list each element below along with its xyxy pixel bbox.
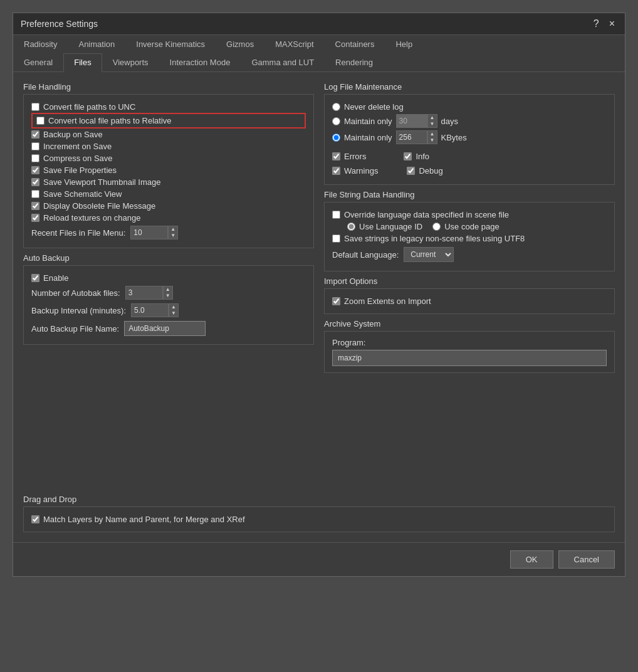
warnings-row: Warnings: [332, 165, 378, 177]
tab-maxscript[interactable]: MAXScript: [264, 35, 324, 53]
interval-down[interactable]: ▼: [169, 310, 178, 317]
preference-settings-dialog: Preference Settings ? × Radiosity Animat…: [13, 13, 625, 577]
enable-checkbox[interactable]: [31, 274, 39, 282]
kb-down[interactable]: ▼: [428, 137, 437, 144]
autobak-down[interactable]: ▼: [164, 293, 172, 299]
program-input[interactable]: [332, 350, 607, 366]
archive-system-box: Program:: [324, 331, 615, 373]
days-up[interactable]: ▲: [428, 115, 437, 121]
backup-interval-spinner: ▲ ▼: [131, 303, 179, 317]
maintain-kb-input[interactable]: [396, 130, 427, 144]
archive-system-title: Archive System: [324, 319, 615, 328]
tab-files[interactable]: Files: [63, 53, 102, 72]
errors-checkbox[interactable]: [332, 152, 340, 160]
auto-backup-filename-input[interactable]: [124, 321, 206, 336]
file-handling-box: Convert file paths to UNC Convert local …: [23, 94, 314, 248]
file-string-section: File String Data Handling Override langu…: [324, 190, 615, 271]
content-area: File Handling Convert file paths to UNC …: [13, 72, 625, 542]
maintain-days-row: Maintain only ▲ ▼ days: [332, 113, 607, 129]
reload-textures-row: Reload textures on change: [31, 212, 306, 224]
convert-unc-checkbox[interactable]: [31, 103, 39, 111]
left-column: File Handling Convert file paths to UNC …: [23, 82, 314, 488]
interval-up[interactable]: ▲: [169, 304, 178, 310]
kb-up[interactable]: ▲: [428, 131, 437, 137]
import-options-title: Import Options: [324, 276, 615, 286]
compress-on-save-checkbox[interactable]: [31, 154, 39, 162]
info-checkbox[interactable]: [404, 152, 412, 160]
backup-interval-label: Backup Interval (minutes):: [31, 306, 126, 315]
tab-animation[interactable]: Animation: [68, 35, 125, 53]
override-lang-checkbox[interactable]: [332, 211, 340, 219]
maintain-kb-spinner: ▲ ▼: [396, 130, 437, 144]
override-lang-label: Override language data specified in scen…: [344, 210, 509, 219]
autobak-up[interactable]: ▲: [164, 286, 172, 293]
drag-drop-section: Drag and Drop Match Layers by Name and P…: [23, 495, 615, 532]
file-string-box: Override language data specified in scen…: [324, 202, 615, 271]
save-viewport-thumb-row: Save Viewport Thumbnail Image: [31, 176, 306, 188]
help-button[interactable]: ?: [591, 18, 602, 29]
debug-checkbox[interactable]: [407, 167, 415, 175]
display-obsolete-checkbox[interactable]: [31, 202, 39, 210]
backup-interval-arrows: ▲ ▼: [169, 303, 179, 317]
display-obsolete-label: Display Obsolete File Message: [43, 201, 155, 211]
tab-inverse-kinematics[interactable]: Inverse Kinematics: [125, 35, 216, 53]
title-bar-controls: ? ×: [591, 18, 617, 29]
tab-interaction-mode[interactable]: Interaction Mode: [159, 53, 241, 71]
never-delete-label: Never delete log: [344, 102, 404, 112]
ok-button[interactable]: OK: [510, 550, 553, 569]
backup-interval-input[interactable]: [131, 303, 169, 317]
autobak-files-input[interactable]: [125, 286, 163, 300]
save-viewport-thumb-checkbox[interactable]: [31, 178, 39, 186]
save-utf8-checkbox[interactable]: [332, 234, 340, 243]
save-file-properties-label: Save File Properties: [43, 165, 117, 175]
never-delete-radio[interactable]: [332, 103, 340, 111]
days-down[interactable]: ▼: [428, 121, 437, 127]
use-code-page-radio[interactable]: [432, 223, 441, 231]
recent-files-spinner: ▲ ▼: [130, 226, 178, 239]
use-lang-id-radio[interactable]: [347, 223, 355, 231]
tab-gamma-lut[interactable]: Gamma and LUT: [241, 53, 325, 71]
recent-files-down[interactable]: ▼: [169, 233, 177, 239]
close-button[interactable]: ×: [607, 18, 617, 29]
auto-backup-box: Enable Number of Autobak files: ▲ ▼: [23, 265, 314, 345]
maintain-days-input[interactable]: [396, 114, 427, 128]
match-layers-checkbox[interactable]: [31, 515, 39, 523]
log-file-section: Log File Maintenance Never delete log Ma…: [324, 82, 615, 185]
convert-unc-row: Convert file paths to UNC: [31, 101, 306, 113]
increment-on-save-checkbox[interactable]: [31, 142, 39, 150]
recent-files-input[interactable]: [130, 226, 168, 239]
reload-textures-checkbox[interactable]: [31, 214, 39, 222]
tab-radiosity[interactable]: Radiosity: [13, 35, 68, 53]
maintain-days-radio[interactable]: [332, 117, 340, 125]
maintain-kb-arrows: ▲ ▼: [427, 130, 437, 144]
zoom-extents-checkbox[interactable]: [332, 297, 340, 305]
tab-help[interactable]: Help: [385, 35, 423, 53]
save-file-properties-checkbox[interactable]: [31, 166, 39, 174]
tab-gizmos[interactable]: Gizmos: [216, 35, 264, 53]
program-label-row: Program:: [332, 338, 607, 347]
backup-on-save-checkbox[interactable]: [31, 130, 39, 139]
compress-on-save-label: Compress on Save: [43, 154, 113, 163]
override-lang-row: Override language data specified in scen…: [332, 209, 607, 221]
import-options-section: Import Options Zoom Extents on Import: [324, 276, 615, 314]
warnings-checkbox[interactable]: [332, 167, 340, 175]
auto-backup-section: Auto Backup Enable Number of Autobak fil…: [23, 253, 314, 345]
save-schematic-row: Save Schematic View: [31, 188, 306, 200]
tab-viewports[interactable]: Viewports: [102, 53, 159, 71]
autobak-files-arrows: ▲ ▼: [163, 286, 173, 300]
maintain-kb-label: Maintain only: [344, 133, 392, 142]
enable-label: Enable: [43, 273, 68, 283]
maintain-kb-radio[interactable]: [332, 134, 340, 142]
cancel-button[interactable]: Cancel: [558, 550, 615, 569]
recent-files-up[interactable]: ▲: [169, 226, 177, 233]
compress-on-save-row: Compress on Save: [31, 152, 306, 164]
tab-rendering[interactable]: Rendering: [325, 53, 384, 71]
tab-general[interactable]: General: [13, 53, 63, 71]
tab-row-1: Radiosity Animation Inverse Kinematics G…: [13, 35, 625, 53]
autobak-files-row: Number of Autobak files: ▲ ▼: [31, 284, 306, 302]
default-lang-select[interactable]: Current: [404, 247, 454, 262]
tab-containers[interactable]: Containers: [325, 35, 385, 53]
save-schematic-checkbox[interactable]: [31, 190, 39, 198]
convert-relative-checkbox[interactable]: [36, 117, 44, 125]
two-column-layout: File Handling Convert file paths to UNC …: [23, 82, 615, 488]
